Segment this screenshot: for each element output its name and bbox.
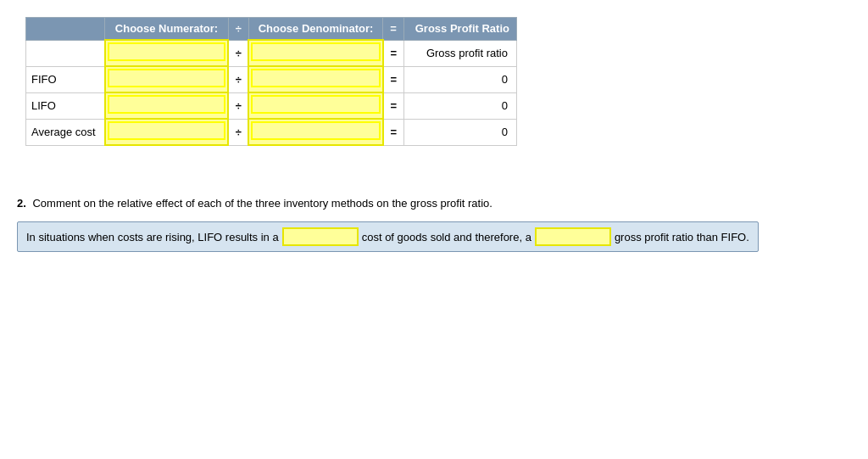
avg-cost-eq-op: =: [383, 119, 404, 145]
section-2-question: 2. Comment on the relative effect of eac…: [17, 197, 851, 210]
question-text: Comment on the relative effect of each o…: [32, 197, 492, 210]
section-2: 2. Comment on the relative effect of eac…: [17, 197, 851, 252]
fifo-result: 0: [403, 66, 516, 92]
sentence-input-2[interactable]: [535, 227, 611, 246]
fifo-numerator-input[interactable]: [105, 66, 228, 92]
lifo-div-op: ÷: [228, 92, 248, 119]
table-row-avg-cost: Average cost ÷ = 0: [26, 119, 517, 145]
header-result: Gross Profit Ratio: [403, 18, 516, 41]
header-denominator: Choose Denominator:: [248, 18, 383, 41]
lifo-result: 0: [403, 92, 516, 119]
avg-cost-div-op: ÷: [228, 119, 248, 145]
sentence-part2: cost of goods sold and therefore, a: [362, 231, 531, 243]
sentence-part1: In situations when costs are rising, LIF…: [26, 231, 279, 243]
avg-cost-denominator-input[interactable]: [248, 119, 383, 145]
blank-result-text: Gross profit ratio: [403, 40, 516, 66]
blank-denominator-input[interactable]: [248, 40, 383, 66]
avg-cost-label: Average cost: [26, 119, 105, 145]
fifo-eq-op: =: [383, 66, 404, 92]
lifo-eq-op: =: [383, 92, 404, 119]
table-row-blank: ÷ = Gross profit ratio: [26, 40, 517, 66]
table-row-lifo: LIFO ÷ = 0: [26, 92, 517, 119]
blank-numerator-input[interactable]: [105, 40, 228, 66]
avg-cost-numerator-input[interactable]: [105, 119, 228, 145]
header-eq-op: =: [383, 18, 404, 41]
fifo-denominator-input[interactable]: [248, 66, 383, 92]
sentence-input-1[interactable]: [282, 227, 359, 246]
fifo-label: FIFO: [26, 66, 105, 92]
header-label-col: [26, 18, 105, 41]
lifo-label: LIFO: [26, 92, 105, 119]
sentence-part3: gross profit ratio than FIFO.: [615, 231, 749, 243]
table-row-fifo: FIFO ÷ = 0: [26, 66, 517, 92]
blank-row-label: [26, 40, 105, 66]
header-div-op: ÷: [228, 18, 248, 41]
header-numerator: Choose Numerator:: [105, 18, 228, 41]
lifo-denominator-input[interactable]: [248, 92, 383, 119]
avg-cost-result: 0: [403, 119, 516, 145]
fifo-div-op: ÷: [228, 66, 248, 92]
sentence-row: In situations when costs are rising, LIF…: [17, 221, 759, 252]
ratio-table-section: Choose Numerator: ÷ Choose Denominator: …: [17, 17, 851, 146]
blank-eq-op: =: [383, 40, 404, 66]
gross-profit-table: Choose Numerator: ÷ Choose Denominator: …: [25, 17, 517, 146]
question-number: 2.: [17, 197, 26, 210]
blank-div-op: ÷: [228, 40, 248, 66]
lifo-numerator-input[interactable]: [105, 92, 228, 119]
